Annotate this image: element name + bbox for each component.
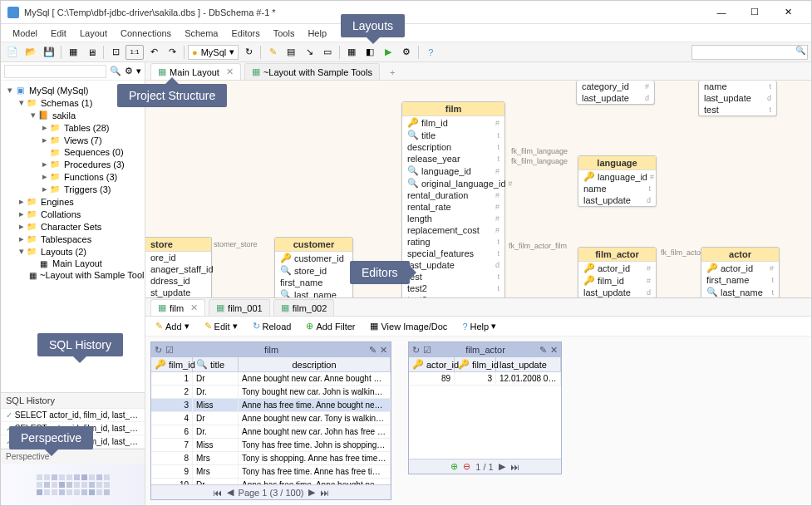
editor-tab-film002[interactable]: ▦ film_002 [273,299,335,316]
page-next-icon[interactable]: ▶ [499,461,505,472]
tool-play-icon[interactable]: ▶ [380,45,396,60]
add-row-icon[interactable]: ⊕ [450,461,458,472]
tab-main-layout[interactable]: ▦ Main Layout ✕ [150,63,241,80]
menu-model[interactable]: Model [6,27,44,40]
edit-button[interactable]: ✎Edit ▾ [199,319,243,333]
table-row[interactable]: 8MrsTony is shopping. Anne has free time… [151,452,391,465]
open-icon[interactable]: 📂 [22,45,39,60]
project-tree[interactable]: ▾▣MySql (MySql) ▾📁Schemas (1) ▾📙sakila ▸… [1,81,145,392]
tree-db-sakila[interactable]: ▾📙sakila [2,109,143,121]
pencil-icon[interactable]: ✎ [369,345,376,356]
undo-icon[interactable]: ↶ [145,45,162,60]
entity-film-actor[interactable]: film_actor 🔑actor_id# 🔑film_id# last_upd… [578,247,657,297]
minimize-button[interactable]: — [705,2,738,22]
menu-schema[interactable]: Schema [178,27,224,40]
tree-collations[interactable]: ▸📁Collations [2,208,143,220]
close-icon[interactable]: ✕ [226,66,234,77]
add-filter-button[interactable]: ⊕Add Filter [301,319,360,333]
tree-engines[interactable]: ▸📁Engines [2,195,143,208]
table-row[interactable]: 7MissTony has free time. John is shoppin… [151,439,391,452]
check-icon[interactable]: ☑ [423,345,431,356]
check-icon[interactable]: ☑ [165,345,174,356]
table-row[interactable]: 6Dr.Anne bought new car. John has free t… [151,425,391,439]
page-last-icon[interactable]: ⏭ [320,488,329,498]
tool-table-icon[interactable]: ▤ [283,45,299,60]
col-actor-id[interactable]: 🔑actor_id [409,357,455,371]
menu-edit[interactable]: Edit [44,27,73,40]
toolbar-search[interactable] [691,45,808,60]
tree-triggers[interactable]: ▸📁Triggers (3) [2,183,143,195]
tree-tablespaces[interactable]: ▸📁Tablespaces [2,233,143,245]
editor-tab-film[interactable]: ▦ film ✕ [150,299,205,316]
remove-row-icon[interactable]: ⊖ [463,461,470,472]
tree-layouts[interactable]: ▾📁Layouts (2) [2,245,143,258]
tree-charsets[interactable]: ▸📁Character Sets [2,220,143,233]
tree-sequences[interactable]: 📁Sequences (0) [2,146,143,158]
entity-language[interactable]: language 🔑language_id# namet last_update… [578,155,657,207]
tree-root[interactable]: ▾▣MySql (MySql) [2,84,143,96]
menu-layout[interactable]: Layout [73,27,114,40]
editor-tab-film001[interactable]: ▦ film_001 [209,299,270,316]
menu-editors[interactable]: Editors [224,27,266,40]
close-icon[interactable]: ✕ [550,345,558,356]
sql-history-row[interactable]: SELECT actor_id, film_id, last_update [1,409,145,422]
tool-note-icon[interactable]: ▭ [319,45,336,60]
add-button[interactable]: ✎Add ▾ [150,319,194,333]
redo-icon[interactable]: ↷ [164,45,180,60]
tree-tables[interactable]: ▸📁Tables (28) [2,121,143,134]
col-film-id[interactable]: 🔑film_id [151,357,193,371]
tree-functions[interactable]: ▸📁Functions (3) [2,170,143,183]
tree-procedures[interactable]: ▸📁Procedures (3) [2,158,143,170]
gear-icon[interactable]: ⚙ [125,66,133,76]
menu-tools[interactable]: Tools [267,27,302,40]
entity-store[interactable]: store ore_id anager_staff_id ddress_id s… [145,237,212,297]
menu-connections[interactable]: Connections [114,27,178,40]
tool-sql-icon[interactable]: ▦ [343,45,360,60]
table-row[interactable]: 89 3 12.01.2008 04:01: [409,372,561,386]
table-row[interactable]: 10DrAnne has free time. Anne bought new … [151,479,391,484]
entity-partial-2[interactable]: namet last_updated testt [698,81,777,116]
zoom-100-icon[interactable]: 1:1 [125,45,144,60]
add-layout-button[interactable]: + [383,65,401,80]
tab-sample-tools[interactable]: ▦ ~Layout with Sample Tools [244,63,380,80]
tool-pencil-icon[interactable]: ✎ [264,45,281,60]
layout-icon[interactable]: ▦ [65,45,81,60]
table-row[interactable]: 4DrAnne bought new car. Tony is walking.… [151,412,391,425]
col-last-update[interactable]: last_update [496,357,561,371]
page-next-icon[interactable]: ▶ [308,487,315,498]
new-icon[interactable]: 📄 [4,45,21,60]
diagram-canvas[interactable]: store ore_id anager_staff_id ddress_id s… [145,81,811,297]
maximize-button[interactable]: ☐ [738,2,771,22]
pencil-icon[interactable]: ✎ [539,345,547,356]
tree-search-input[interactable] [4,65,106,78]
col-description[interactable]: description [239,357,391,371]
help-icon[interactable]: ? [422,45,439,60]
refresh-icon[interactable]: ↻ [155,345,162,356]
help-button[interactable]: ?Help ▾ [457,319,501,333]
entity-film[interactable]: film 🔑film_id# 🔍titlet descriptiont rele… [401,101,505,297]
page-first-icon[interactable]: ⏮ [213,488,222,498]
chevron-down-icon[interactable]: ▾ [136,66,141,76]
tool-link-icon[interactable]: ↘ [301,45,317,60]
tree-views[interactable]: ▸📁Views (7) [2,134,143,146]
col-film-id[interactable]: 🔑film_id [455,357,496,371]
tree-layout-sample[interactable]: ▦~Layout with Sample Tools [2,269,143,281]
refresh-icon[interactable]: ↻ [412,345,420,356]
table-row[interactable]: 3MissAnne has free time. Anne bought new… [151,399,391,412]
refresh-icon[interactable]: ↻ [240,45,257,60]
database-select[interactable]: ● MySql ▾ [188,45,239,60]
reload-button[interactable]: ↻Reload [248,319,297,333]
save-icon[interactable]: 💾 [41,45,57,60]
zoom-fit-icon[interactable]: ⊡ [107,45,124,60]
perspective-minimap[interactable] [1,464,145,505]
close-icon[interactable]: ✕ [190,302,198,313]
col-title[interactable]: 🔍title [193,357,239,371]
entity-partial-1[interactable]: category_id# last_updated [576,81,655,105]
sql-history-row[interactable]: SELECT actor_id, film_id, last_update [1,422,145,435]
entity-customer[interactable]: customer 🔑customer_id 🔍store_id first_na… [274,237,353,297]
tree-layout-main[interactable]: ▦Main Layout [2,258,143,269]
table-row[interactable]: 2Dr.Tony bought new car. John is walking… [151,386,391,399]
menu-help[interactable]: Help [301,27,333,40]
page-last-icon[interactable]: ⏭ [510,462,519,472]
tool-more-icon[interactable]: ⚙ [398,45,415,60]
